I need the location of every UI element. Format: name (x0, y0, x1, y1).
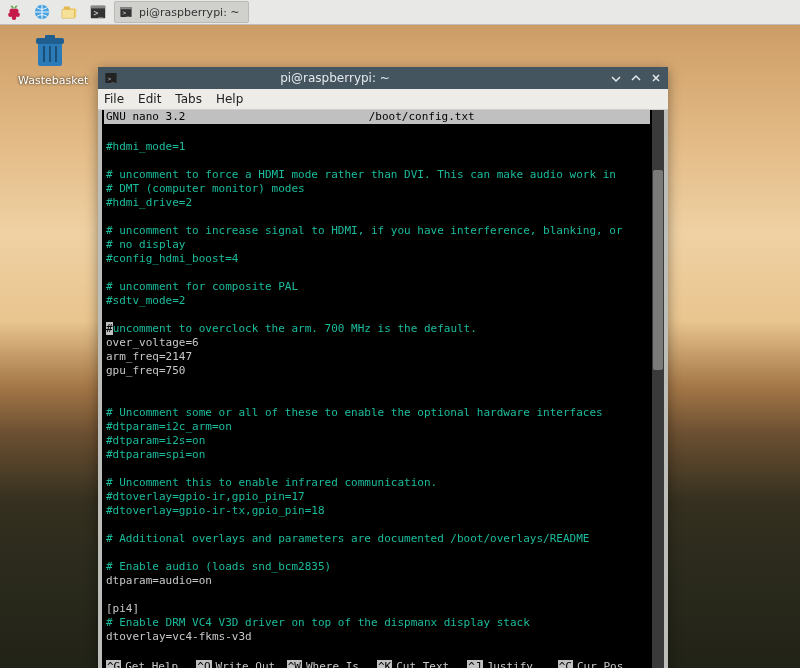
nano-line: #config_hdmi_boost=4 (106, 252, 648, 266)
nano-shortcut: ^JJustify (467, 660, 557, 668)
nano-line: #dtoverlay=gpio-ir,gpio_pin=17 (106, 490, 648, 504)
terminal-icon: >_ (119, 5, 133, 19)
nano-line (106, 392, 648, 406)
nano-line: #uncomment to overclock the arm. 700 MHz… (106, 322, 648, 336)
nano-line: # Uncomment this to enable infrared comm… (106, 476, 648, 490)
nano-line: # uncomment to increase signal to HDMI, … (106, 224, 648, 238)
menu-file[interactable]: File (104, 92, 124, 106)
menu-help[interactable]: Help (216, 92, 243, 106)
nano-line: # Enable DRM VC4 V3D driver on top of th… (106, 616, 648, 630)
nano-app-name: GNU nano 3.2 (106, 110, 195, 124)
nano-line: #dtparam=spi=on (106, 448, 648, 462)
nano-line: gpu_freq=750 (106, 364, 648, 378)
nano-shortcut-key: ^J (467, 660, 482, 668)
window-titlebar[interactable]: >_ pi@raspberrypi: ~ (98, 67, 668, 89)
terminal-scrollbar[interactable] (652, 110, 664, 668)
web-browser-icon[interactable] (32, 2, 52, 22)
nano-line: # Uncomment some or all of these to enab… (106, 406, 648, 420)
nano-line: # uncomment for composite PAL (106, 280, 648, 294)
nano-line: [pi4] (106, 602, 648, 616)
top-panel: >_ >_ pi@raspberrypi: ~ (0, 0, 800, 25)
desktop-trash-label: Wastebasket (18, 74, 82, 87)
nano-shortcut-key: ^G (106, 660, 121, 668)
svg-point-4 (15, 12, 20, 17)
nano-line: dtoverlay=vc4-fkms-v3d (106, 630, 648, 644)
nano-line: # uncomment to force a HDMI mode rather … (106, 168, 648, 182)
svg-point-5 (12, 16, 17, 21)
terminal-launcher-icon[interactable]: >_ (88, 2, 108, 22)
nano-line (106, 126, 648, 140)
terminal-frame: GNU nano 3.2 /boot/config.txt #hdmi_mode… (98, 110, 668, 668)
svg-point-3 (8, 12, 13, 17)
nano-shortcut: ^CCur Pos (558, 660, 648, 668)
nano-shortcut-label: Justify (487, 660, 533, 668)
nano-line (106, 588, 648, 602)
nano-shortcut: ^KCut Text (377, 660, 467, 668)
trash-icon (30, 34, 70, 70)
nano-line: dtparam=audio=on (106, 574, 648, 588)
nano-shortcut: ^WWhere Is (287, 660, 377, 668)
nano-shortcut-label: Cur Pos (577, 660, 623, 668)
nano-line: #dtparam=i2c_arm=on (106, 420, 648, 434)
window-title: pi@raspberrypi: ~ (124, 71, 606, 85)
nano-line: #dtoverlay=gpio-ir-tx,gpio_pin=18 (106, 504, 648, 518)
nano-line (106, 378, 648, 392)
nano-line: #hdmi_drive=2 (106, 196, 648, 210)
nano-body[interactable]: #hdmi_mode=1 # uncomment to force a HDMI… (104, 124, 650, 658)
terminal-window: >_ pi@raspberrypi: ~ File Edit Tabs Help… (98, 67, 668, 668)
menu-tabs[interactable]: Tabs (175, 92, 202, 106)
nano-line (106, 546, 648, 560)
nano-line: over_voltage=6 (106, 336, 648, 350)
menu-raspberry-icon[interactable] (4, 2, 24, 22)
window-maximize-button[interactable] (628, 70, 644, 86)
nano-shortcut-label: Get Help (125, 660, 178, 668)
terminal[interactable]: GNU nano 3.2 /boot/config.txt #hdmi_mode… (102, 110, 664, 668)
nano-line (106, 462, 648, 476)
nano-line: # Enable audio (loads snd_bcm2835) (106, 560, 648, 574)
nano-shortcut-key: ^C (558, 660, 573, 668)
svg-text:>_: >_ (94, 8, 104, 18)
nano-shortcut: ^GGet Help (106, 660, 196, 668)
file-manager-icon[interactable] (60, 2, 80, 22)
nano-line (106, 518, 648, 532)
nano-shortcut-key: ^W (287, 660, 302, 668)
menu-edit[interactable]: Edit (138, 92, 161, 106)
nano-shortcut: ^OWrite Out (196, 660, 286, 668)
window-minimize-button[interactable] (608, 70, 624, 86)
nano-line (106, 210, 648, 224)
nano-shortcut-key: ^O (196, 660, 211, 668)
nano-line (106, 644, 648, 658)
nano-header: GNU nano 3.2 /boot/config.txt (104, 110, 650, 124)
nano-line: # DMT (computer monitor) modes (106, 182, 648, 196)
nano-shortcut-label: Write Out (216, 660, 276, 668)
svg-rect-9 (62, 9, 75, 18)
nano-shortcut-label: Where Is (306, 660, 359, 668)
window-app-icon: >_ (104, 71, 118, 85)
nano-line: #sdtv_mode=2 (106, 294, 648, 308)
nano-line: arm_freq=2147 (106, 350, 648, 364)
nano-shortcut-key: ^K (377, 660, 392, 668)
nano-line (106, 308, 648, 322)
nano-line: #dtparam=i2s=on (106, 434, 648, 448)
window-menubar: File Edit Tabs Help (98, 89, 668, 110)
nano-line: #hdmi_mode=1 (106, 140, 648, 154)
nano-footer: ^GGet Help^OWrite Out^WWhere Is^KCut Tex… (104, 658, 650, 668)
nano-file-name: /boot/config.txt (195, 110, 648, 124)
desktop-trash[interactable]: Wastebasket (18, 34, 82, 87)
svg-rect-18 (45, 35, 55, 39)
taskbar-button-label: pi@raspberrypi: ~ (139, 6, 240, 19)
scrollbar-thumb[interactable] (653, 170, 663, 370)
svg-text:>_: >_ (123, 9, 131, 17)
nano-line (106, 154, 648, 168)
nano-line: # Additional overlays and parameters are… (106, 532, 648, 546)
nano-line (106, 266, 648, 280)
window-close-button[interactable] (648, 70, 664, 86)
taskbar-terminal-button[interactable]: >_ pi@raspberrypi: ~ (114, 1, 249, 23)
nano-line: # no display (106, 238, 648, 252)
nano-shortcut-label: Cut Text (396, 660, 449, 668)
svg-text:>_: >_ (108, 75, 116, 83)
